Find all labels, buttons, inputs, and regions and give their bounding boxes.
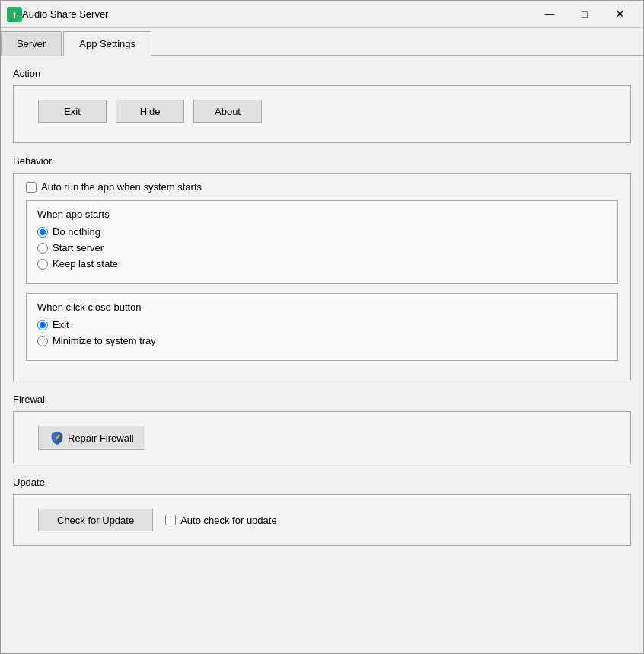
auto-check-label: Auto check for update bbox=[180, 515, 276, 526]
behavior-container: Auto run the app when system starts When… bbox=[13, 173, 631, 381]
window-controls: — □ ✕ bbox=[532, 4, 637, 25]
update-label: Update bbox=[13, 477, 631, 488]
when-close-button-title: When click close button bbox=[37, 301, 607, 313]
update-section: Update Check for Update Auto check for u… bbox=[13, 477, 631, 546]
title-bar: Audio Share Server — □ ✕ bbox=[1, 1, 643, 28]
close-button[interactable]: ✕ bbox=[602, 4, 637, 25]
action-container: Exit Hide About bbox=[13, 85, 631, 143]
auto-run-row[interactable]: Auto run the app when system starts bbox=[26, 181, 618, 193]
window-title: Audio Share Server bbox=[22, 8, 532, 20]
auto-check-row[interactable]: Auto check for update bbox=[165, 515, 276, 526]
update-container: Check for Update Auto check for update bbox=[13, 494, 631, 546]
radio-exit-label: Exit bbox=[53, 319, 69, 330]
repair-firewall-button[interactable]: Repair Firewall bbox=[38, 426, 145, 450]
firewall-section: Firewall bbox=[13, 394, 631, 464]
radio-start-server-label: Start server bbox=[53, 242, 104, 254]
shield-icon bbox=[49, 430, 65, 445]
action-label: Action bbox=[13, 68, 631, 79]
when-close-button-group: When click close button Exit Minimize to… bbox=[26, 293, 618, 361]
radio-keep-last-state-input[interactable] bbox=[37, 259, 48, 270]
radio-minimize-tray[interactable]: Minimize to system tray bbox=[37, 335, 607, 346]
firewall-container: Repair Firewall bbox=[13, 411, 631, 464]
auto-run-checkbox[interactable] bbox=[26, 182, 37, 193]
radio-minimize-tray-label: Minimize to system tray bbox=[53, 335, 156, 346]
about-button[interactable]: About bbox=[193, 100, 262, 123]
app-icon bbox=[7, 7, 22, 22]
exit-button[interactable]: Exit bbox=[38, 100, 107, 123]
radio-exit[interactable]: Exit bbox=[37, 319, 607, 330]
repair-firewall-label: Repair Firewall bbox=[68, 432, 134, 444]
firewall-label: Firewall bbox=[13, 394, 631, 405]
behavior-section: Behavior Auto run the app when system st… bbox=[13, 155, 631, 381]
auto-check-checkbox[interactable] bbox=[165, 515, 176, 525]
radio-start-server[interactable]: Start server bbox=[37, 242, 607, 254]
tab-bar: Server App Settings bbox=[1, 28, 643, 56]
radio-keep-last-state-label: Keep last state bbox=[53, 258, 118, 270]
radio-do-nothing-input[interactable] bbox=[37, 227, 48, 238]
action-buttons: Exit Hide About bbox=[26, 94, 618, 132]
radio-keep-last-state[interactable]: Keep last state bbox=[37, 258, 607, 270]
behavior-label: Behavior bbox=[13, 155, 631, 167]
check-for-update-button[interactable]: Check for Update bbox=[38, 509, 153, 531]
when-app-starts-title: When app starts bbox=[37, 209, 607, 220]
radio-minimize-tray-input[interactable] bbox=[37, 336, 48, 346]
radio-do-nothing[interactable]: Do nothing bbox=[37, 226, 607, 238]
radio-exit-input[interactable] bbox=[37, 320, 48, 330]
minimize-button[interactable]: — bbox=[532, 4, 567, 25]
when-app-starts-group: When app starts Do nothing Start server … bbox=[26, 200, 618, 284]
radio-do-nothing-label: Do nothing bbox=[53, 226, 100, 238]
tab-server[interactable]: Server bbox=[1, 31, 62, 56]
maximize-button[interactable]: □ bbox=[567, 4, 602, 25]
auto-run-label: Auto run the app when system starts bbox=[41, 181, 202, 193]
hide-button[interactable]: Hide bbox=[116, 100, 184, 123]
action-section: Action Exit Hide About bbox=[13, 68, 631, 143]
tab-app-settings[interactable]: App Settings bbox=[63, 31, 151, 56]
main-window: Audio Share Server — □ ✕ Server App Sett… bbox=[0, 0, 644, 654]
content-area: Action Exit Hide About Behavior Auto run… bbox=[1, 56, 643, 653]
radio-start-server-input[interactable] bbox=[37, 243, 48, 254]
